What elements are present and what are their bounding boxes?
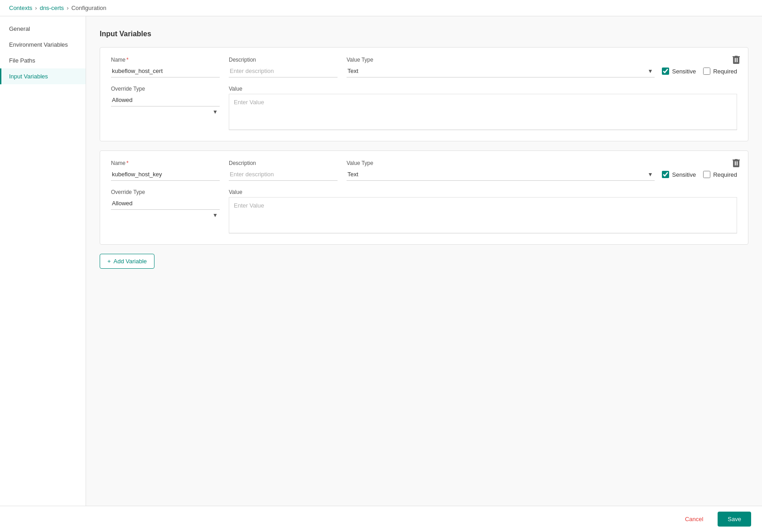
card2-required-label: Required bbox=[713, 171, 737, 178]
card1-valuetype-group: Value Type Text Number Boolean ▼ bbox=[347, 57, 737, 77]
card1-required-label: Required bbox=[713, 68, 737, 75]
card1-value-textarea[interactable] bbox=[229, 94, 737, 130]
card2-name-label: Name* bbox=[111, 160, 220, 166]
footer: Cancel Save bbox=[0, 506, 762, 530]
card2-valuetype-group: Value Type Text Number Boolean ▼ bbox=[347, 160, 737, 181]
card1-desc-label: Description bbox=[229, 57, 338, 63]
card1-override-select-wrapper: Allowed Not Allowed ▼ bbox=[111, 94, 220, 130]
variable-card-1: Name* Description Value Type Text Number bbox=[100, 47, 748, 141]
card1-name-input[interactable] bbox=[111, 65, 220, 77]
card2-name-input[interactable] bbox=[111, 168, 220, 181]
page-title: Input Variables bbox=[100, 30, 748, 38]
sidebar-item-general[interactable]: General bbox=[0, 21, 86, 37]
card1-row2: Override Type Allowed Not Allowed ▼ Valu… bbox=[111, 86, 737, 130]
card1-sensitive-label: Sensitive bbox=[672, 68, 696, 75]
card1-required-group: Required bbox=[703, 68, 737, 75]
card2-valuetype-label: Value Type bbox=[347, 160, 737, 166]
card2-required-group: Required bbox=[703, 171, 737, 178]
card2-value-textarea[interactable] bbox=[229, 197, 737, 233]
card1-sensitive-group: Sensitive bbox=[662, 68, 696, 75]
card1-override-group: Override Type Allowed Not Allowed ▼ bbox=[111, 86, 220, 130]
card2-override-select-wrapper: Allowed Not Allowed ▼ bbox=[111, 197, 220, 233]
card2-required-checkbox[interactable] bbox=[703, 171, 710, 178]
card1-desc-group: Description bbox=[229, 57, 338, 77]
card1-valuetype-row: Text Number Boolean ▼ Sensitive bbox=[347, 65, 737, 77]
card1-valuetype-label: Value Type bbox=[347, 57, 737, 63]
card1-required-checkbox[interactable] bbox=[703, 68, 710, 75]
card2-value-label: Value bbox=[229, 189, 737, 195]
card1-valuetype-select[interactable]: Text Number Boolean bbox=[347, 65, 655, 77]
plus-icon: + bbox=[107, 258, 111, 265]
card1-valuetype-select-wrapper: Text Number Boolean ▼ bbox=[347, 65, 655, 77]
breadcrumb-configuration: Configuration bbox=[71, 5, 106, 11]
variable-card-2: Name* Description Value Type Text Number bbox=[100, 150, 748, 245]
card2-desc-group: Description bbox=[229, 160, 338, 181]
card1-override-label: Override Type bbox=[111, 86, 220, 92]
breadcrumb-contexts[interactable]: Contexts bbox=[9, 5, 32, 11]
card2-row1: Name* Description Value Type Text Number bbox=[111, 160, 737, 181]
add-variable-button[interactable]: + Add Variable bbox=[100, 254, 154, 269]
chevron-down-icon-override2: ▼ bbox=[212, 212, 218, 218]
card2-sensitive-checkbox[interactable] bbox=[662, 171, 669, 178]
chevron-down-icon-override1: ▼ bbox=[212, 109, 218, 115]
delete-card-2-button[interactable] bbox=[731, 157, 742, 171]
card1-name-label: Name* bbox=[111, 57, 220, 63]
card1-row1: Name* Description Value Type Text Number bbox=[111, 57, 737, 77]
sidebar: General Environment Variables File Paths… bbox=[0, 16, 86, 530]
card2-sensitive-group: Sensitive bbox=[662, 171, 696, 178]
sidebar-item-environment-variables[interactable]: Environment Variables bbox=[0, 37, 86, 53]
sidebar-item-input-variables[interactable]: Input Variables bbox=[0, 68, 86, 84]
breadcrumb-dns-certs[interactable]: dns-certs bbox=[40, 5, 64, 11]
add-variable-label: Add Variable bbox=[114, 258, 147, 265]
breadcrumb-sep1: › bbox=[35, 5, 37, 11]
card2-row2: Override Type Allowed Not Allowed ▼ Valu… bbox=[111, 189, 737, 233]
breadcrumb-sep2: › bbox=[67, 5, 68, 11]
main-content: Input Variables Name* Description bbox=[86, 16, 762, 530]
card2-name-group: Name* bbox=[111, 160, 220, 181]
card2-valuetype-row: Text Number Boolean ▼ Sensitive bbox=[347, 168, 737, 181]
card1-desc-input[interactable] bbox=[229, 65, 338, 77]
card2-override-label: Override Type bbox=[111, 189, 220, 195]
card1-name-group: Name* bbox=[111, 57, 220, 77]
card1-value-group: Value bbox=[229, 86, 737, 130]
card1-value-label: Value bbox=[229, 86, 737, 92]
card2-desc-input[interactable] bbox=[229, 168, 338, 181]
card2-valuetype-select-wrapper: Text Number Boolean ▼ bbox=[347, 168, 655, 181]
card2-sensitive-label: Sensitive bbox=[672, 171, 696, 178]
card2-value-group: Value bbox=[229, 189, 737, 233]
sidebar-item-file-paths[interactable]: File Paths bbox=[0, 53, 86, 68]
card2-override-select[interactable]: Allowed Not Allowed bbox=[111, 197, 220, 210]
card1-sensitive-checkbox[interactable] bbox=[662, 68, 669, 75]
card2-valuetype-select[interactable]: Text Number Boolean bbox=[347, 168, 655, 181]
delete-card-1-button[interactable] bbox=[731, 54, 742, 68]
card2-desc-label: Description bbox=[229, 160, 338, 166]
save-button[interactable]: Save bbox=[718, 512, 751, 527]
card1-override-select[interactable]: Allowed Not Allowed bbox=[111, 94, 220, 106]
cancel-button[interactable]: Cancel bbox=[678, 512, 710, 526]
card2-override-group: Override Type Allowed Not Allowed ▼ bbox=[111, 189, 220, 233]
breadcrumb: Contexts › dns-certs › Configuration bbox=[0, 0, 762, 16]
